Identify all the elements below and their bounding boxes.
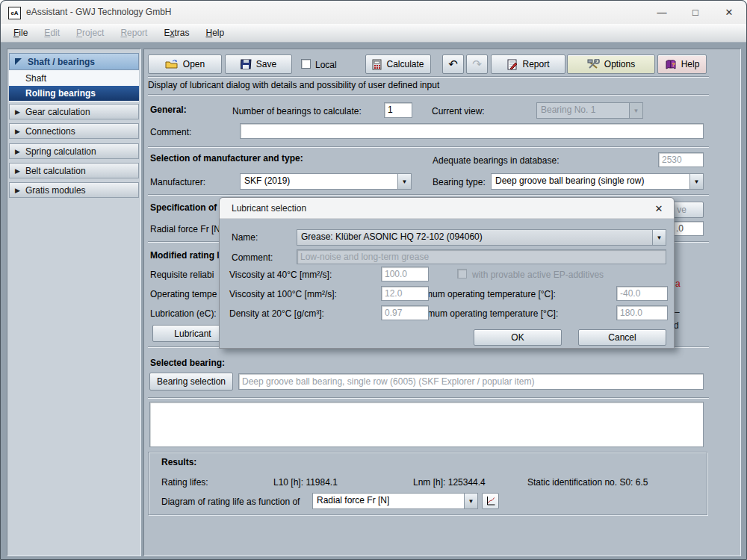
app-icon: eA	[8, 7, 21, 19]
menu-bar: File Edit Project Report Extras Help	[1, 24, 746, 43]
save-button[interactable]: Save	[225, 55, 292, 74]
lubricant-name-select[interactable]: Grease: Klüber ASONIC HQ 72-102 (094060)…	[297, 229, 666, 246]
requisite-reliability-label-truncated: Requisite reliabi	[150, 270, 214, 280]
close-icon: ✕	[655, 203, 663, 214]
viscosity40-label: Viscosity at 40°C [mm²/s]:	[229, 270, 332, 280]
ok-button[interactable]: OK	[474, 329, 562, 346]
density-label: Density at 20°C [g/cm³]:	[229, 308, 324, 319]
maximize-icon: □	[692, 7, 698, 18]
maximize-button[interactable]: □	[679, 1, 712, 23]
bearing-type-select[interactable]: Deep groove ball bearing (single row) ▼	[491, 173, 704, 190]
sidebar-item-rolling-bearings[interactable]: Rolling bearings	[9, 86, 139, 101]
redo-button: ↷	[466, 55, 488, 74]
options-button[interactable]: Options	[567, 55, 655, 74]
message-area[interactable]	[149, 402, 704, 447]
minimize-icon: —	[657, 7, 667, 18]
sidebar-item-shaft[interactable]: Shaft	[9, 71, 139, 86]
lubricant-selection-dialog: Lubricant selection ✕ Name: Grease: Klüb…	[219, 197, 675, 349]
lubricant-name-label: Name:	[232, 232, 258, 243]
viscosity100-label: Viscosity at 100°C [mm²/s]:	[229, 289, 337, 299]
max-temperature-label: Maximum operating temperature [°C]:	[409, 308, 558, 319]
sidebar-sublist: Shaft Rolling bearings	[9, 70, 139, 102]
cancel-button[interactable]: Cancel	[578, 329, 666, 346]
chevron-down-icon: ▼	[629, 103, 642, 118]
comment-label: Comment:	[150, 127, 191, 137]
sidebar: Shaft / bearings Shaft Rolling bearings …	[7, 49, 141, 556]
current-view-select: Bearing No. 1 ▼	[536, 102, 643, 119]
window-title: eAssistant - GWJ Technology GmbH	[26, 7, 172, 17]
title-bar: eA eAssistant - GWJ Technology GmbH — □ …	[1, 1, 746, 25]
comment-input[interactable]	[240, 123, 704, 139]
selected-bearing-heading: Selected bearing:	[150, 358, 225, 368]
help-book-icon: ?	[665, 59, 677, 69]
minimize-button[interactable]: —	[645, 1, 678, 23]
menu-project: Project	[69, 25, 111, 40]
viscosity100-input: 12.0	[381, 286, 429, 301]
menu-report: Report	[114, 25, 154, 40]
show-diagram-button[interactable]	[482, 493, 499, 509]
modified-rating-heading-truncated: Modified rating l	[150, 250, 220, 261]
close-icon: ✕	[725, 7, 734, 18]
covered-dash-fragment: –	[675, 307, 680, 317]
min-temperature-input: -40.0	[616, 286, 668, 301]
bearings-count-label: Number of bearings to calculate:	[232, 106, 362, 116]
sidebar-item-gratis-modules[interactable]: ▶Gratis modules	[9, 182, 139, 198]
expanded-triangle-icon	[15, 58, 22, 65]
sidebar-item-belt-calculation[interactable]: ▶Belt calculation	[9, 163, 139, 178]
lubricant-comment-label: Comment:	[232, 252, 273, 263]
ep-additives-label: with provable active EP-additives	[472, 270, 604, 280]
sidebar-item-connections[interactable]: ▶Connections	[9, 123, 139, 139]
status-text: Display of lubricant dialog with details…	[148, 80, 439, 90]
bearing-selection-button[interactable]: Bearing selection	[149, 373, 233, 391]
bearings-count-input[interactable]: 1	[384, 102, 412, 118]
close-button[interactable]: ✕	[713, 1, 746, 23]
collapsed-triangle-icon: ▶	[15, 148, 20, 155]
diagram-function-select[interactable]: Radial force Fr [N] ▼	[312, 493, 478, 509]
operating-temperature-label-truncated: Operating tempe	[150, 289, 217, 299]
min-temperature-label: Minimum operating temperature [°C]:	[409, 289, 556, 299]
menu-edit: Edit	[37, 25, 66, 40]
collapsed-triangle-icon: ▶	[15, 187, 20, 194]
current-view-label: Current view:	[432, 106, 485, 116]
save-floppy-icon	[241, 59, 252, 69]
report-document-icon	[506, 59, 518, 70]
manufacturer-select[interactable]: SKF (2019) ▼	[240, 173, 412, 190]
specification-heading-truncated: Specification of	[150, 202, 217, 213]
help-button[interactable]: ? Help	[657, 55, 707, 74]
selected-bearing-value: Deep groove ball bearing, single row (60…	[238, 373, 704, 390]
open-button[interactable]: Open	[148, 55, 222, 74]
adequate-bearings-value: 2530	[658, 152, 704, 167]
static-identification-result: Static identification no. S0: 6.5	[527, 477, 648, 488]
dialog-title: Lubricant selection	[232, 203, 306, 214]
undo-icon: ↶	[448, 57, 458, 71]
results-heading: Results:	[161, 457, 196, 467]
ep-additives-checkbox	[457, 269, 467, 279]
menu-file[interactable]: File	[7, 25, 34, 40]
diagram-function-label: Diagram of rating life as function of	[161, 497, 300, 507]
bearing-type-label: Bearing type:	[433, 177, 486, 187]
covered-red-text-fragment: a	[675, 279, 681, 289]
sidebar-item-gear-calculation[interactable]: ▶Gear calculation	[9, 104, 139, 119]
undo-button[interactable]: ↶	[442, 55, 464, 74]
report-button[interactable]: Report	[491, 55, 565, 74]
calculate-button[interactable]: Calculate	[365, 55, 431, 74]
sidebar-header-shaft-bearings[interactable]: Shaft / bearings	[9, 53, 139, 70]
dialog-title-bar: Lubricant selection ✕	[220, 198, 674, 219]
chevron-down-icon: ▼	[652, 230, 666, 245]
dialog-close-button[interactable]: ✕	[651, 202, 666, 215]
calculator-icon	[372, 59, 382, 70]
svg-text:?: ?	[672, 61, 675, 68]
collapsed-triangle-icon: ▶	[15, 108, 20, 116]
viscosity40-input: 100.0	[381, 267, 429, 281]
lubrication-label: Lubrication (eC):	[150, 308, 217, 319]
rating-lifes-label: Rating lifes:	[161, 477, 208, 488]
local-checkbox[interactable]	[301, 59, 311, 69]
lubricant-comment-field: Low-noise and long-term grease	[297, 249, 666, 264]
sidebar-item-spring-calculation[interactable]: ▶Spring calculation	[9, 143, 139, 159]
general-heading: General:	[150, 105, 187, 115]
density-input: 0.97	[381, 305, 429, 320]
redo-icon: ↷	[472, 57, 482, 71]
local-checkbox-label: Local	[315, 60, 337, 70]
menu-help[interactable]: Help	[199, 25, 231, 40]
menu-extras[interactable]: Extras	[157, 25, 196, 40]
